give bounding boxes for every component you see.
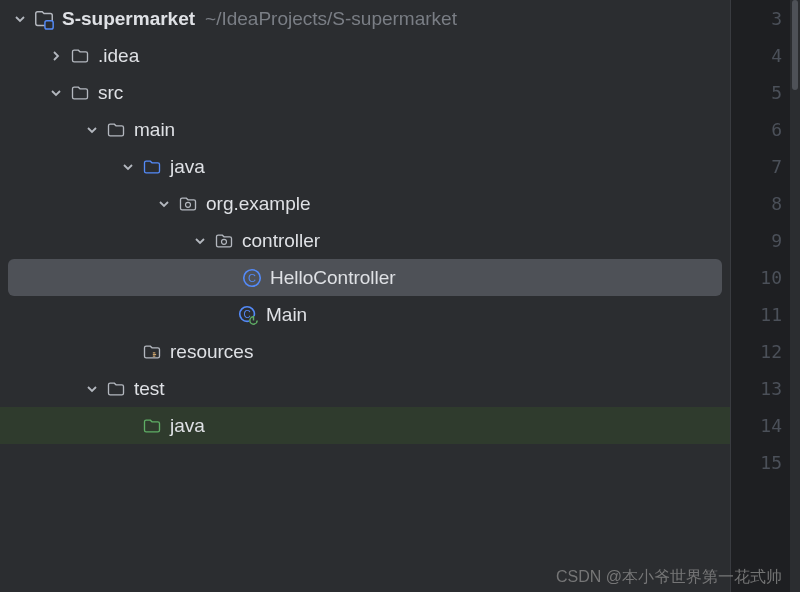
svg-point-1 — [186, 202, 191, 207]
tree-label: org.example — [206, 193, 311, 215]
scrollbar[interactable] — [790, 0, 800, 592]
resources-folder-icon — [140, 340, 164, 364]
line-number: 15 — [760, 444, 782, 481]
tree-label: java — [170, 156, 205, 178]
line-number: 3 — [771, 0, 782, 37]
runnable-class-icon: C — [236, 303, 260, 327]
line-number: 9 — [771, 222, 782, 259]
test-folder-icon — [140, 414, 164, 438]
folder-icon — [104, 377, 128, 401]
tree-row-package-org-example[interactable]: org.example — [0, 185, 730, 222]
folder-icon — [68, 44, 92, 68]
project-folder-icon — [32, 7, 56, 31]
tree-row-root[interactable]: S-supermarket ~/IdeaProjects/S-supermark… — [0, 0, 730, 37]
chevron-right-icon[interactable] — [44, 50, 68, 62]
chevron-down-icon[interactable] — [152, 198, 176, 210]
tree-label: resources — [170, 341, 253, 363]
tree-label: main — [134, 119, 175, 141]
chevron-down-icon[interactable] — [116, 161, 140, 173]
tree-row-java-main[interactable]: java — [0, 148, 730, 185]
project-tree-panel: S-supermarket ~/IdeaProjects/S-supermark… — [0, 0, 730, 592]
svg-rect-0 — [45, 20, 53, 28]
folder-icon — [68, 81, 92, 105]
watermark: CSDN @本小爷世界第一花式帅 — [556, 567, 782, 588]
tree-row-main[interactable]: main — [0, 111, 730, 148]
line-number: 4 — [771, 37, 782, 74]
line-number: 7 — [771, 148, 782, 185]
line-number: 8 — [771, 185, 782, 222]
tree-label: .idea — [98, 45, 139, 67]
tree-label: S-supermarket — [62, 8, 195, 30]
class-icon: C — [240, 266, 264, 290]
chevron-down-icon[interactable] — [80, 383, 104, 395]
tree-label: HelloController — [270, 267, 396, 289]
tree-row-src[interactable]: src — [0, 74, 730, 111]
chevron-down-icon[interactable] — [44, 87, 68, 99]
tree-row-idea[interactable]: .idea — [0, 37, 730, 74]
line-number: 6 — [771, 111, 782, 148]
tree-label: test — [134, 378, 165, 400]
project-path: ~/IdeaProjects/S-supermarket — [205, 8, 457, 30]
package-icon — [176, 192, 200, 216]
tree-label: src — [98, 82, 123, 104]
svg-text:C: C — [248, 271, 256, 283]
tree-row-package-controller[interactable]: controller — [0, 222, 730, 259]
line-number: 13 — [760, 370, 782, 407]
line-number: 12 — [760, 333, 782, 370]
tree-row-resources[interactable]: resources — [0, 333, 730, 370]
chevron-down-icon[interactable] — [80, 124, 104, 136]
tree-row-test[interactable]: test — [0, 370, 730, 407]
tree-row-hello-controller[interactable]: C HelloController — [8, 259, 722, 296]
folder-icon — [104, 118, 128, 142]
source-folder-icon — [140, 155, 164, 179]
tree-row-main-class[interactable]: C Main — [0, 296, 730, 333]
line-number: 5 — [771, 74, 782, 111]
svg-point-2 — [222, 239, 227, 244]
tree-label: Main — [266, 304, 307, 326]
chevron-down-icon[interactable] — [188, 235, 212, 247]
tree-label: java — [170, 415, 205, 437]
line-number: 14 — [760, 407, 782, 444]
line-number: 10 — [760, 259, 782, 296]
scrollbar-thumb[interactable] — [792, 0, 798, 90]
line-number: 11 — [760, 296, 782, 333]
tree-label: controller — [242, 230, 320, 252]
chevron-down-icon[interactable] — [8, 13, 32, 25]
editor-gutter: 3456789101112131415 — [730, 0, 800, 592]
tree-row-java-test[interactable]: java — [0, 407, 730, 444]
package-icon — [212, 229, 236, 253]
